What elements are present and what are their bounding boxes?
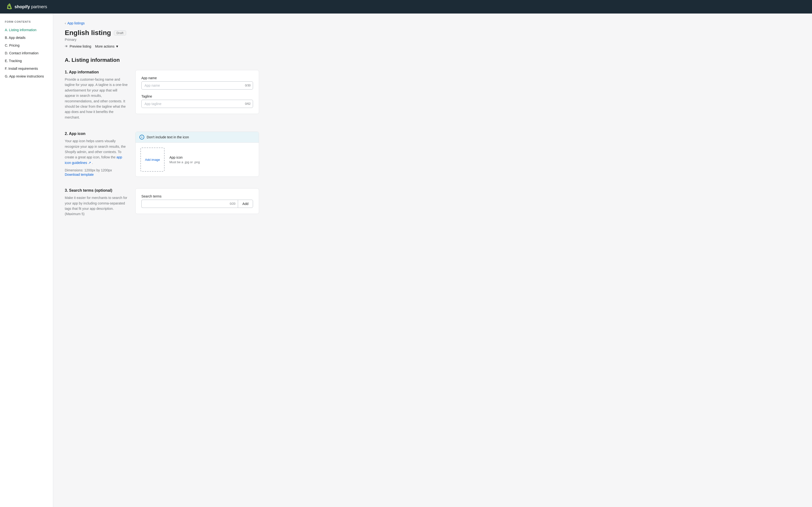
upload-title: App icon xyxy=(169,156,200,159)
breadcrumb-text: App listings xyxy=(67,21,85,25)
eye-icon: 👁 xyxy=(65,44,68,48)
action-bar: 👁 Preview listing More actions ▼ xyxy=(65,44,259,48)
app-name-field-wrapper: App name 0/30 xyxy=(141,76,253,90)
app-icon-row: 2. App icon Your app icon helps users vi… xyxy=(65,131,259,177)
app-information-right: App name 0/30 Tagline 0/62 xyxy=(135,70,259,120)
app-information-desc: Provide a customer-facing name and tagli… xyxy=(65,77,128,120)
app-icon-card: i Don't include text in the icon Add ima… xyxy=(135,131,259,177)
app-information-row: 1. App information Provide a customer-fa… xyxy=(65,70,259,120)
sidebar-item-review[interactable]: G. App review instructions xyxy=(0,72,53,80)
page-header: English listing Draft Primary xyxy=(65,29,259,42)
primary-label: Primary xyxy=(65,38,259,42)
sidebar-item-app-details[interactable]: B. App details xyxy=(0,34,53,42)
search-terms-left: 3. Search terms (optional) Make it easie… xyxy=(65,188,128,217)
app-icon-desc: Your app icon helps users visually recog… xyxy=(65,138,128,165)
search-terms-label: Search terms xyxy=(141,194,253,198)
sidebar-item-tracking[interactable]: E. Tracking xyxy=(0,57,53,65)
app-icon-left: 2. App icon Your app icon helps users vi… xyxy=(65,131,128,177)
breadcrumb[interactable]: ‹ App listings xyxy=(65,21,259,25)
logo-text: shopify partners xyxy=(14,4,47,9)
app-name-input[interactable] xyxy=(141,81,253,90)
search-input-wrapper: 0/20 xyxy=(141,200,238,208)
logo-area: shopify partners xyxy=(6,3,47,10)
app-icon-right: i Don't include text in the icon Add ima… xyxy=(135,131,259,177)
more-actions-label: More actions xyxy=(95,44,114,48)
info-banner: i Don't include text in the icon xyxy=(136,132,259,143)
search-terms-input[interactable] xyxy=(141,200,238,208)
info-icon: i xyxy=(140,135,144,139)
sidebar-item-install[interactable]: F. Install requirements xyxy=(0,65,53,72)
preview-label: Preview listing xyxy=(69,44,91,48)
sidebar-section-title: FORM CONTENTS xyxy=(0,20,53,26)
chevron-down-icon: ▼ xyxy=(115,44,119,48)
sidebar-item-listing-information[interactable]: A. Listing information xyxy=(0,26,53,34)
app-information-title: 1. App information xyxy=(65,70,128,74)
app-name-label: App name xyxy=(141,76,253,80)
search-terms-card: Search terms 0/20 Add xyxy=(135,188,259,214)
back-chevron-icon: ‹ xyxy=(65,21,66,25)
search-terms-desc: Make it easier for merchants to search f… xyxy=(65,195,128,217)
draft-badge: Draft xyxy=(114,31,126,36)
dimensions-text: Dimensions: 1200px by 1200px xyxy=(65,168,128,172)
shopify-logo-icon xyxy=(6,3,12,10)
info-banner-text: Don't include text in the icon xyxy=(147,135,189,139)
sidebar: FORM CONTENTS A. Listing information B. … xyxy=(0,13,53,507)
upload-desc: Must be a .jpg or .png xyxy=(169,160,200,164)
upload-dropzone[interactable]: Add image xyxy=(140,148,164,172)
search-terms-right: Search terms 0/20 Add xyxy=(135,188,259,217)
more-actions-button[interactable]: More actions ▼ xyxy=(95,44,119,48)
top-navigation: shopify partners xyxy=(0,0,812,13)
sidebar-item-pricing[interactable]: C. Pricing xyxy=(0,42,53,49)
tagline-field-wrapper: Tagline 0/62 xyxy=(141,95,253,108)
app-icon-title: 2. App icon xyxy=(65,131,128,136)
download-template-link[interactable]: Download template xyxy=(65,173,128,176)
upload-cta-text: Add image xyxy=(145,158,160,162)
add-search-term-button[interactable]: Add xyxy=(238,200,253,208)
upload-body: Add image App icon Must be a .jpg or .pn… xyxy=(136,143,259,176)
listing-section-title: A. Listing information xyxy=(65,57,259,63)
preview-listing-button[interactable]: 👁 Preview listing xyxy=(65,44,91,48)
search-terms-row: 3. Search terms (optional) Make it easie… xyxy=(65,188,259,217)
tagline-label: Tagline xyxy=(141,95,253,98)
app-information-left: 1. App information Provide a customer-fa… xyxy=(65,70,128,120)
search-terms-title: 3. Search terms (optional) xyxy=(65,188,128,193)
app-information-card: App name 0/30 Tagline 0/62 xyxy=(135,70,259,114)
page-title: English listing xyxy=(65,29,111,37)
upload-meta: App icon Must be a .jpg or .png xyxy=(169,156,200,164)
tagline-input[interactable] xyxy=(141,100,253,108)
sidebar-item-contact[interactable]: D. Contact information xyxy=(0,49,53,57)
main-content: ‹ App listings English listing Draft Pri… xyxy=(53,13,271,507)
